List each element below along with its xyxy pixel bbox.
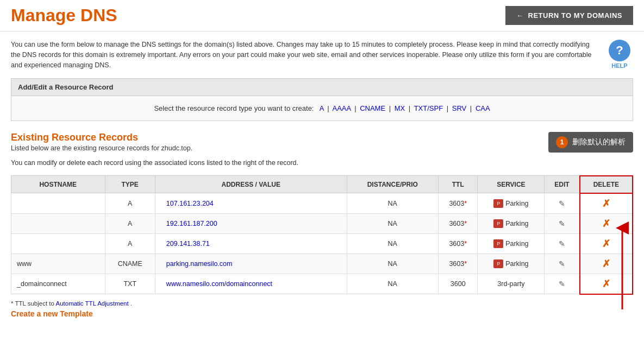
cell-address: parking.namesilo.com [155, 253, 347, 274]
cell-ttl: 3603* [438, 193, 478, 214]
footnote: * TTL subject to Automatic TTL Adjustmen… [11, 300, 633, 307]
col-address: ADDRESS / VALUE [155, 176, 347, 193]
cell-edit[interactable]: ✎ [545, 213, 580, 233]
table-row: A 192.161.187.200 NA 3603* P Parking ✎ ✗ [11, 213, 633, 233]
record-type-cname[interactable]: CNAME [360, 104, 385, 112]
ttl-star: * [464, 220, 467, 227]
footnote-after: . [130, 300, 132, 307]
cell-edit[interactable]: ✎ [545, 233, 580, 253]
col-ttl: TTL [438, 176, 478, 193]
tooltip-badge: 1 删除默认的解析 [548, 132, 633, 153]
service-label: Parking [505, 220, 528, 227]
cell-hostname: www [11, 253, 105, 274]
existing-desc-1: Listed below are the existing resource r… [11, 143, 298, 154]
cell-service: P Parking [478, 213, 545, 233]
record-type-txtspf[interactable]: TXT/SPF [414, 104, 443, 112]
record-type-caa[interactable]: CAA [476, 104, 490, 112]
tooltip-text: 删除默认的解析 [572, 137, 626, 147]
existing-section: Existing Resource Records Listed below a… [11, 132, 633, 295]
edit-icon[interactable]: ✎ [559, 259, 565, 268]
help-circle-icon: ? [609, 40, 630, 61]
delete-icon[interactable]: ✗ [602, 218, 610, 229]
help-button[interactable]: ? HELP [606, 40, 633, 69]
cell-type: A [105, 193, 155, 214]
record-type-srv[interactable]: SRV [452, 104, 467, 112]
cell-hostname: _domainconnect [11, 274, 105, 294]
cell-distance: NA [347, 233, 438, 253]
col-type: TYPE [105, 176, 155, 193]
parking-icon: P [493, 199, 503, 208]
cell-delete[interactable]: ✗ [580, 274, 633, 294]
cell-type: A [105, 233, 155, 253]
cell-edit[interactable]: ✎ [545, 274, 580, 294]
parking-service: P Parking [481, 259, 541, 268]
badge-number: 1 [556, 136, 568, 148]
col-service: SERVICE [478, 176, 545, 193]
edit-icon[interactable]: ✎ [559, 219, 565, 228]
cell-distance: NA [347, 253, 438, 274]
content-area: You can use the form below to manage the… [0, 31, 644, 326]
edit-icon[interactable]: ✎ [559, 239, 565, 248]
delete-icon[interactable]: ✗ [602, 278, 610, 289]
cell-delete[interactable]: ✗ [580, 233, 633, 253]
delete-icon[interactable]: ✗ [602, 198, 610, 209]
table-row: _domainconnect TXT www.namesilo.com/doma… [11, 274, 633, 294]
cell-type: CNAME [105, 253, 155, 274]
cell-edit[interactable]: ✎ [545, 193, 580, 214]
create-template-link[interactable]: Create a new Template [11, 309, 93, 318]
cell-distance: NA [347, 213, 438, 233]
ttl-star: * [464, 200, 467, 207]
record-type-line: Select the resource record type you want… [154, 104, 490, 112]
cell-delete[interactable]: ✗ [580, 253, 633, 274]
ttl-star: * [464, 260, 467, 268]
footnote-text: * TTL subject to [11, 300, 54, 307]
cell-service: P Parking [478, 233, 545, 253]
col-hostname: HOSTNAME [11, 176, 105, 193]
parking-service: P Parking [481, 239, 541, 248]
service-label: Parking [505, 260, 528, 268]
add-edit-section: Add/Edit a Resource Record Select the re… [11, 78, 633, 121]
record-type-aaaa[interactable]: AAAA [333, 104, 351, 112]
cell-service: 3rd-party [478, 274, 545, 294]
service-label: Parking [505, 200, 528, 207]
record-type-a[interactable]: A [320, 104, 324, 112]
table-row: A 209.141.38.71 NA 3603* P Parking ✎ ✗ [11, 233, 633, 253]
parking-service: P Parking [481, 219, 541, 228]
top-bar: Manage DNS ← RETURN TO MY DOMAINS [0, 0, 644, 31]
cell-address: 192.161.187.200 [155, 213, 347, 233]
cell-hostname [11, 193, 105, 214]
return-button[interactable]: ← RETURN TO MY DOMAINS [505, 6, 633, 25]
ttl-star: * [464, 240, 467, 248]
table-row: www CNAME parking.namesilo.com NA 3603* … [11, 253, 633, 274]
cell-delete[interactable]: ✗ [580, 213, 633, 233]
col-edit: EDIT [545, 176, 580, 193]
help-label: HELP [611, 62, 627, 69]
cell-ttl: 3603* [438, 233, 478, 253]
page-title: Manage DNS [11, 5, 117, 26]
edit-icon[interactable]: ✎ [559, 199, 565, 208]
cell-distance: NA [347, 193, 438, 214]
cell-distance: NA [347, 274, 438, 294]
parking-icon: P [493, 219, 503, 228]
dns-table: HOSTNAME TYPE ADDRESS / VALUE DISTANCE/P… [11, 175, 633, 295]
cell-ttl: 3603* [438, 213, 478, 233]
parking-icon: P [493, 239, 503, 248]
description-text: You can use the form below to manage the… [11, 40, 598, 70]
delete-icon[interactable]: ✗ [602, 258, 610, 269]
cell-edit[interactable]: ✎ [545, 253, 580, 274]
cell-type: TXT [105, 274, 155, 294]
delete-icon[interactable]: ✗ [602, 238, 610, 249]
cell-type: A [105, 213, 155, 233]
cell-service: P Parking [478, 193, 545, 214]
cell-address: 209.141.38.71 [155, 233, 347, 253]
return-button-label: RETURN TO MY DOMAINS [528, 11, 622, 20]
existing-left: Existing Resource Records Listed below a… [11, 132, 298, 173]
cell-ttl: 3603* [438, 253, 478, 274]
service-label: Parking [505, 240, 528, 248]
cell-delete[interactable]: ✗ [580, 193, 633, 214]
parking-service: P Parking [481, 199, 541, 208]
table-header-row: HOSTNAME TYPE ADDRESS / VALUE DISTANCE/P… [11, 176, 633, 193]
record-type-mx[interactable]: MX [395, 104, 405, 112]
auto-ttl-link[interactable]: Automatic TTL Adjustment [55, 300, 128, 307]
edit-icon[interactable]: ✎ [559, 280, 565, 288]
